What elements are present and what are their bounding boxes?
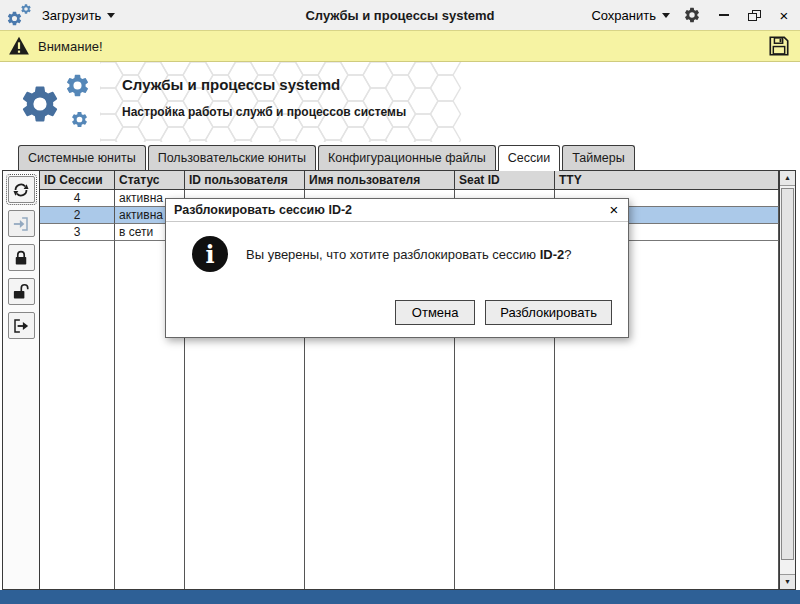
app-logo-large-icon [16, 70, 108, 134]
dialog-title: Разблокировать сессию ID-2 [174, 203, 604, 217]
dialog-close-button[interactable]: × [604, 200, 624, 220]
column-header-session-id[interactable]: ID Сессии [40, 171, 115, 190]
load-menu-label: Загрузить [42, 8, 101, 23]
chevron-down-icon [662, 13, 670, 18]
column-header-username[interactable]: Имя пользователя [305, 171, 455, 190]
settings-gear-icon[interactable] [680, 3, 704, 27]
app-logo-icon [6, 3, 32, 27]
dialog-titlebar: Разблокировать сессию ID-2 × [166, 199, 628, 222]
scroll-down-button[interactable]: ▼ [780, 574, 795, 589]
info-icon: i [192, 236, 228, 272]
header-text: Службы и процессы systemd Настройка рабо… [122, 76, 406, 119]
table-header-row: ID Сессии Статус ID пользователя Имя пол… [40, 171, 779, 190]
unlock-button[interactable]: Разблокировать [485, 300, 612, 325]
scroll-up-button[interactable]: ▲ [780, 171, 795, 186]
minimize-icon [719, 14, 729, 16]
save-file-button[interactable] [766, 33, 792, 59]
tab-config-files[interactable]: Конфигурационные файлы [318, 145, 496, 170]
cell-session-id: 2 [40, 207, 115, 224]
unlock-session-dialog: Разблокировать сессию ID-2 × i Вы уверен… [165, 198, 629, 338]
maximize-icon [748, 10, 761, 21]
login-arrow-icon [12, 215, 30, 233]
warning-text: Внимание! [38, 39, 103, 54]
dialog-body: i Вы уверены, что хотите разблокировать … [166, 222, 628, 272]
column-header-user-id[interactable]: ID пользователя [185, 171, 305, 190]
tab-user-units[interactable]: Пользовательские юниты [148, 145, 316, 170]
column-header-tty[interactable]: TTY [555, 171, 779, 190]
lock-session-button[interactable] [8, 244, 35, 271]
dialog-message: Вы уверены, что хотите разблокировать се… [246, 247, 571, 262]
warning-icon [8, 35, 30, 57]
refresh-icon [12, 181, 30, 199]
close-icon: × [610, 201, 619, 218]
cell-session-id: 3 [40, 224, 115, 241]
page-title: Службы и процессы systemd [122, 76, 406, 93]
maximize-button[interactable] [744, 4, 764, 26]
refresh-button[interactable] [8, 176, 35, 203]
side-toolbar [3, 171, 40, 589]
titlebar-left: Загрузить [6, 3, 115, 27]
save-menu-label: Сохранить [591, 8, 656, 23]
unlock-session-button[interactable] [8, 278, 35, 305]
tab-bar: Системные юниты Пользовательские юниты К… [0, 143, 800, 170]
footer-status-bar [0, 590, 800, 604]
floppy-disk-icon [768, 35, 790, 57]
close-button[interactable]: × [774, 4, 794, 26]
vertical-scrollbar[interactable]: ▲ ▼ [779, 171, 795, 589]
titlebar-right: Сохранить × [591, 3, 794, 27]
close-icon: × [780, 7, 789, 24]
chevron-down-icon [107, 13, 115, 18]
minimize-button[interactable] [714, 4, 734, 26]
tab-timers[interactable]: Таймеры [562, 145, 635, 170]
page-subtitle: Настройка работы служб и процессов систе… [122, 105, 406, 119]
titlebar: Загрузить Службы и процессы systemd Сохр… [0, 0, 800, 30]
scrollbar-thumb[interactable] [781, 188, 794, 560]
terminate-session-button[interactable] [8, 312, 35, 339]
column-header-seat-id[interactable]: Seat ID [455, 171, 555, 190]
attach-session-button[interactable] [8, 210, 35, 237]
lock-icon [12, 249, 30, 267]
unlock-icon [12, 283, 30, 301]
warning-banner: Внимание! [0, 30, 800, 62]
dialog-buttons: Отмена Разблокировать [166, 300, 628, 325]
column-header-status[interactable]: Статус [115, 171, 185, 190]
tab-system-units[interactable]: Системные юниты [18, 145, 146, 170]
app-header: Службы и процессы systemd Настройка рабо… [0, 62, 800, 142]
load-menu-button[interactable]: Загрузить [42, 8, 115, 23]
logout-arrow-icon [12, 317, 30, 335]
tab-sessions[interactable]: Сессии [498, 145, 560, 171]
cell-session-id: 4 [40, 190, 115, 207]
cancel-button[interactable]: Отмена [395, 300, 475, 325]
save-menu-button[interactable]: Сохранить [591, 8, 670, 23]
